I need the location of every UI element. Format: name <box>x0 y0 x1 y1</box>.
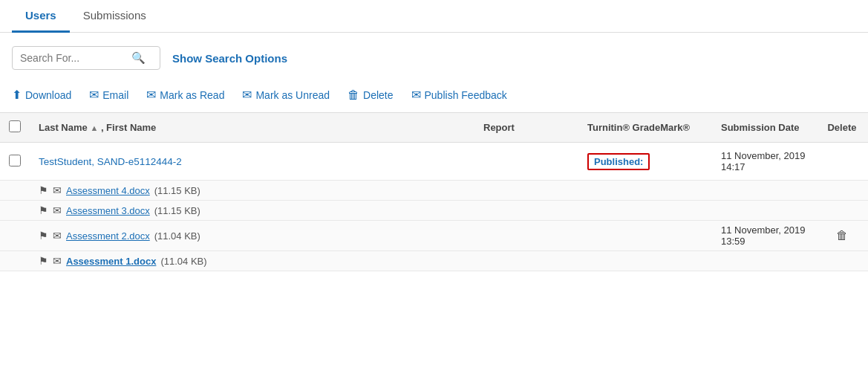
header-firstname-label: , First Name <box>101 122 156 133</box>
file-name-cell-3: ⚑ ✉ Assessment 1.docx (11.04 KB) <box>30 251 474 271</box>
file-report-3 <box>474 251 578 271</box>
download-label: Download <box>25 89 71 101</box>
mail-icon: ✉ <box>53 230 62 242</box>
flag-icon: ⚑ <box>39 230 48 242</box>
mark-unread-button[interactable]: ✉ Mark as Unread <box>242 88 330 102</box>
search-input-wrap: 🔍 <box>12 46 160 70</box>
file-link-1[interactable]: Assessment 3.docx <box>66 205 150 216</box>
tab-submissions[interactable]: Submissions <box>70 0 160 33</box>
header-delete: Delete <box>816 113 868 143</box>
student-report-cell <box>474 143 578 181</box>
table-row: ⚑ ✉ Assessment 1.docx (11.04 KB) <box>0 251 868 271</box>
mark-unread-label: Mark as Unread <box>255 89 330 101</box>
search-input[interactable] <box>20 52 131 64</box>
mark-read-button[interactable]: ✉ Mark as Read <box>146 88 224 102</box>
table-row: ⚑ ✉ Assessment 3.docx (11.15 KB) <box>0 201 868 221</box>
file-size-2: (11.04 KB) <box>154 230 200 242</box>
student-name-cell: TestStudent, SAND-e5112444-2 <box>30 143 474 181</box>
file-link-3[interactable]: Assessment 1.docx <box>66 256 156 267</box>
publish-feedback-button[interactable]: ✉ Publish Feedback <box>411 88 507 102</box>
delete-label: Delete <box>363 89 393 101</box>
email-label: Email <box>102 89 128 101</box>
file-turnitin-1 <box>578 201 712 221</box>
download-icon: ⬆ <box>12 88 22 102</box>
file-date-0 <box>712 181 816 201</box>
select-all-checkbox[interactable] <box>9 120 21 132</box>
file-date-3 <box>712 251 816 271</box>
file-delete-2: 🗑 <box>816 221 868 251</box>
header-turnitin: Turnitin® GradeMark® <box>578 113 712 143</box>
file-size-1: (11.15 KB) <box>154 205 200 216</box>
mark-read-icon: ✉ <box>146 88 156 102</box>
download-button[interactable]: ⬆ Download <box>12 88 71 102</box>
search-bar: 🔍 Show Search Options <box>0 33 868 77</box>
file-report-2 <box>474 221 578 251</box>
sort-arrow-icon: ▲ <box>90 123 98 132</box>
student-row: TestStudent, SAND-e5112444-2 Published: … <box>0 143 868 181</box>
header-date: Submission Date <box>712 113 816 143</box>
file-checkbox-cell <box>0 221 30 251</box>
file-report-1 <box>474 201 578 221</box>
file-size-3: (11.04 KB) <box>160 256 206 267</box>
file-size-0: (11.15 KB) <box>154 185 200 196</box>
file-link-2[interactable]: Assessment 2.docx <box>66 230 150 242</box>
header-checkbox-cell <box>0 113 30 143</box>
student-turnitin-cell: Published: <box>578 143 712 181</box>
flag-icon: ⚑ <box>39 255 48 267</box>
student-name-link[interactable]: TestStudent, SAND-e5112444-2 <box>39 156 182 167</box>
file-link-0[interactable]: Assessment 4.docx <box>66 185 150 196</box>
file-checkbox-cell <box>0 251 30 271</box>
file-checkbox-cell <box>0 181 30 201</box>
table-row: ⚑ ✉ Assessment 4.docx (11.15 KB) <box>0 181 868 201</box>
search-icon[interactable]: 🔍 <box>131 51 146 65</box>
student-checkbox-cell <box>0 143 30 181</box>
email-button[interactable]: ✉ Email <box>89 88 128 102</box>
student-delete-cell <box>816 143 868 181</box>
file-turnitin-0 <box>578 181 712 201</box>
flag-icon: ⚑ <box>39 204 48 216</box>
file-delete-0 <box>816 181 868 201</box>
mark-unread-icon: ✉ <box>242 88 252 102</box>
table-row: ⚑ ✉ Assessment 2.docx (11.04 KB) 11 Nove… <box>0 221 868 251</box>
publish-feedback-icon: ✉ <box>411 88 421 102</box>
file-delete-1 <box>816 201 868 221</box>
submissions-table: Last Name ▲ , First Name Report Turnitin… <box>0 113 868 271</box>
file-checkbox-cell <box>0 201 30 221</box>
publish-feedback-label: Publish Feedback <box>425 89 507 101</box>
tabs-bar: Users Submissions <box>0 0 868 33</box>
tab-users[interactable]: Users <box>12 0 70 33</box>
submissions-table-wrap: Last Name ▲ , First Name Report Turnitin… <box>0 112 868 271</box>
file-date-2: 11 November, 2019 13:59 <box>712 221 816 251</box>
file-delete-3 <box>816 251 868 271</box>
mark-read-label: Mark as Read <box>160 89 224 101</box>
header-name: Last Name ▲ , First Name <box>30 113 474 143</box>
file-name-cell-2: ⚑ ✉ Assessment 2.docx (11.04 KB) <box>30 221 474 251</box>
delete-button[interactable]: 🗑 Delete <box>347 88 393 102</box>
header-report: Report <box>474 113 578 143</box>
file-date-1 <box>712 201 816 221</box>
mail-icon: ✉ <box>53 184 62 196</box>
delete-icon: 🗑 <box>347 88 359 102</box>
header-lastname-label: Last Name <box>39 122 88 133</box>
delete-file-icon-2[interactable]: 🗑 <box>836 229 848 242</box>
mail-icon: ✉ <box>53 204 62 216</box>
file-report-0 <box>474 181 578 201</box>
student-submission-date: 11 November, 2019 14:17 <box>721 150 805 172</box>
table-header-row: Last Name ▲ , First Name Report Turnitin… <box>0 113 868 143</box>
file-name-cell-0: ⚑ ✉ Assessment 4.docx (11.15 KB) <box>30 181 474 201</box>
toolbar: ⬆ Download ✉ Email ✉ Mark as Read ✉ Mark… <box>0 77 868 112</box>
flag-icon: ⚑ <box>39 184 48 196</box>
student-checkbox[interactable] <box>9 155 21 166</box>
show-search-options-link[interactable]: Show Search Options <box>172 52 287 65</box>
file-name-cell-1: ⚑ ✉ Assessment 3.docx (11.15 KB) <box>30 201 474 221</box>
student-date-cell: 11 November, 2019 14:17 <box>712 143 816 181</box>
published-badge[interactable]: Published: <box>587 153 650 170</box>
file-turnitin-2 <box>578 221 712 251</box>
email-icon: ✉ <box>89 88 99 102</box>
mail-icon: ✉ <box>53 255 62 267</box>
file-turnitin-3 <box>578 251 712 271</box>
